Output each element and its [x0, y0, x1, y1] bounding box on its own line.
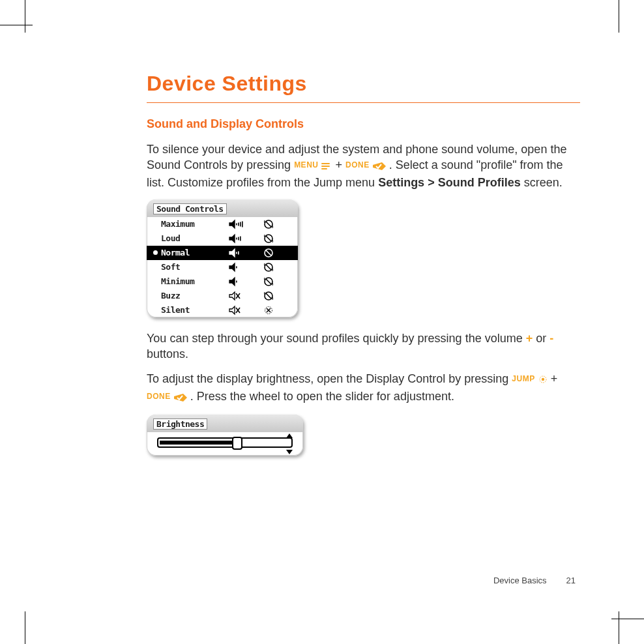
selected-dot-icon [153, 250, 158, 255]
p3-plus: + [551, 372, 558, 385]
page-heading: Device Settings [147, 72, 583, 96]
slider-track [157, 437, 293, 448]
sound-profile-label: Minimum [161, 276, 221, 286]
svg-rect-12 [240, 236, 241, 241]
svg-rect-5 [238, 222, 239, 226]
paragraph-1: To silence your device and adjust the sy… [147, 141, 583, 190]
footer-section: Device Basics [493, 576, 547, 585]
p2-text-3: buttons. [147, 347, 188, 360]
done-key-label-2: DONE [147, 392, 171, 401]
footer-page: 21 [556, 576, 576, 585]
svg-rect-22 [236, 280, 237, 282]
brightness-slider[interactable] [147, 432, 303, 456]
done-icon [373, 158, 386, 174]
svg-rect-6 [240, 222, 241, 226]
sound-profile-row[interactable]: Maximum [147, 217, 298, 231]
vibrate-icon [259, 233, 278, 244]
svg-rect-15 [236, 252, 237, 254]
svg-line-18 [266, 250, 272, 256]
svg-rect-7 [242, 221, 243, 227]
speaker-icon [221, 233, 259, 244]
speaker-icon [221, 248, 259, 258]
sound-controls-title: Sound Controls [153, 203, 227, 214]
volume-minus-key: - [549, 332, 553, 345]
vibrate-icon [259, 276, 278, 287]
vibrate-icon [259, 305, 278, 315]
sound-profile-label: Loud [161, 233, 221, 243]
sound-profile-row[interactable]: Soft [147, 260, 298, 274]
p3-text-1: To adjust the display brightness, open t… [147, 372, 512, 385]
sound-profile-row[interactable]: Buzz [147, 289, 298, 303]
svg-line-21 [266, 264, 272, 270]
vibrate-icon [259, 219, 278, 229]
sound-profile-row[interactable]: Minimum [147, 274, 298, 289]
speaker-icon [221, 291, 259, 301]
done-key-label: DONE [345, 160, 370, 169]
speaker-icon [221, 276, 259, 287]
p1-bold: Settings > Sound Profiles [378, 176, 521, 189]
speaker-icon [221, 262, 259, 272]
p1-text-3: screen. [524, 176, 563, 189]
done-icon-2 [174, 390, 187, 405]
paragraph-3: To adjust the display brightness, open t… [147, 371, 583, 405]
brightness-title: Brightness [153, 418, 207, 430]
p3-text-2: . Press the wheel to open the slider for… [190, 390, 454, 403]
p2-text-1: You can step through your sound profiles… [147, 332, 526, 345]
sound-profile-label: Silent [161, 305, 221, 315]
menu-key-label: MENU [294, 160, 318, 169]
page-footer: Device Basics 21 [493, 576, 576, 585]
p2-text-2: or [536, 332, 549, 345]
speaker-icon [221, 219, 259, 229]
brightness-widget: Brightness [147, 415, 303, 456]
svg-line-9 [266, 221, 272, 227]
slider-knob[interactable] [232, 437, 242, 450]
section-heading: Sound and Display Controls [147, 117, 583, 131]
svg-point-35 [541, 378, 544, 381]
menu-icon [321, 158, 332, 174]
sound-profile-row[interactable]: Silent [147, 303, 298, 317]
p1-plus: + [336, 158, 346, 171]
svg-rect-4 [236, 223, 237, 225]
sound-profile-label: Buzz [161, 291, 221, 300]
svg-rect-10 [236, 237, 237, 239]
jump-icon [538, 372, 548, 388]
sound-controls-widget: Sound Controls MaximumLoudNormalSoftMini… [147, 199, 298, 317]
sound-profile-row[interactable]: Normal [147, 246, 298, 260]
svg-rect-16 [238, 251, 239, 254]
brightness-header: Brightness [147, 415, 303, 432]
svg-rect-19 [236, 266, 237, 268]
sound-profile-label: Soft [161, 262, 221, 272]
svg-line-24 [266, 278, 272, 284]
sound-controls-header: Sound Controls [147, 199, 298, 217]
svg-rect-11 [238, 237, 239, 240]
sound-profile-label: Normal [161, 248, 221, 257]
heading-rule [147, 102, 580, 103]
vibrate-icon [259, 262, 278, 272]
paragraph-2: You can step through your sound profiles… [147, 330, 583, 362]
svg-line-14 [266, 235, 272, 241]
arrow-down-icon [286, 450, 293, 454]
jump-key-label: JUMP [512, 374, 534, 383]
volume-plus-key: + [526, 332, 533, 345]
speaker-icon [221, 305, 259, 315]
sound-profile-label: Maximum [161, 219, 221, 229]
vibrate-icon [259, 291, 278, 301]
svg-line-28 [266, 293, 272, 299]
sound-profile-row[interactable]: Loud [147, 231, 298, 246]
vibrate-icon [259, 248, 278, 258]
